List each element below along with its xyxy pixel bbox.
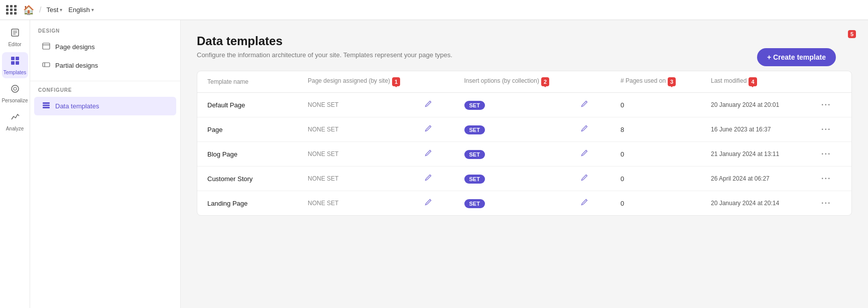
row-pages-used: 0 (621, 150, 711, 158)
row-pages-used: 0 (621, 175, 711, 183)
annotation-badge-4: 4 (749, 77, 757, 86)
annotation-badge-5: 5 (848, 30, 856, 38)
lang-label: English (68, 6, 90, 14)
design-section-title: DESIGN (30, 28, 180, 38)
data-table: Template name Page design assigned (by s… (197, 71, 852, 216)
row-page-design: NONE SET (308, 150, 424, 158)
row-insert-badge: SET (464, 174, 581, 184)
create-template-button[interactable]: + Create template (757, 48, 836, 66)
header-insert-options: Insert options (by collection) 2 (464, 77, 581, 86)
svg-rect-15 (43, 105, 50, 106)
row-last-modified: 26 April 2024 at 06:27 (711, 175, 821, 182)
left-panel-divider (30, 81, 180, 81)
sidebar-item-analyze[interactable]: Analyze (2, 108, 28, 134)
row-page-design: NONE SET (308, 101, 424, 108)
row-more-button[interactable]: ··· (821, 174, 841, 183)
page-designs-label: Page designs (55, 43, 95, 51)
language-selector[interactable]: English ▾ (68, 6, 94, 14)
sidebar: Editor Templates Personalize Analyze (0, 20, 30, 308)
row-insert-badge: SET (464, 100, 581, 110)
svg-point-8 (12, 85, 19, 92)
row-insert-badge: SET (464, 149, 581, 159)
partial-designs-label: Partial designs (55, 62, 98, 69)
row-more-button[interactable]: ··· (821, 100, 841, 109)
row-pages-used: 0 (621, 200, 711, 207)
row-insert-edit[interactable] (580, 149, 621, 159)
page-designs-icon (42, 42, 50, 52)
lang-chevron-icon: ▾ (91, 7, 94, 13)
table-row: Customer Story NONE SET SET 0 26 April 2… (197, 167, 851, 191)
row-more-button[interactable]: ··· (821, 199, 841, 208)
svg-rect-10 (43, 43, 50, 49)
sidebar-editor-label: Editor (8, 42, 21, 47)
sidebar-item-personalize[interactable]: Personalize (2, 80, 28, 106)
row-page-design-edit[interactable] (424, 198, 464, 208)
svg-rect-6 (11, 61, 15, 65)
row-page-design-edit[interactable] (424, 124, 464, 134)
site-selector[interactable]: Test ▾ (46, 6, 62, 14)
row-page-design: NONE SET (308, 126, 424, 133)
row-insert-badge: SET (464, 125, 581, 134)
svg-rect-4 (11, 57, 15, 60)
left-panel: DESIGN Page designs Partial designs CONF… (30, 20, 181, 308)
row-last-modified: 20 January 2024 at 20:14 (711, 200, 821, 207)
row-name: Blog Page (207, 150, 308, 158)
row-page-design-edit[interactable] (424, 149, 464, 159)
sidebar-item-templates[interactable]: Templates (2, 52, 28, 78)
home-icon[interactable]: 🏠 (23, 5, 34, 16)
row-pages-used: 8 (621, 126, 711, 133)
site-label: Test (46, 6, 58, 14)
header-last-modified: Last modified 4 (711, 77, 821, 86)
page-subtitle: Configure the information architecture o… (197, 51, 852, 59)
svg-point-9 (14, 87, 17, 90)
svg-rect-5 (16, 57, 19, 60)
header-page-design: Page design assigned (by site) 1 (308, 77, 424, 86)
svg-rect-14 (43, 102, 50, 104)
row-page-design-edit[interactable] (424, 174, 464, 184)
header-pages-used: # Pages used on 3 (621, 77, 711, 86)
row-last-modified: 20 January 2024 at 20:01 (711, 101, 821, 108)
left-menu-page-designs[interactable]: Page designs (34, 38, 176, 56)
site-chevron-icon: ▾ (60, 7, 62, 13)
table-row: Landing Page NONE SET SET 0 20 January 2… (197, 191, 851, 215)
personalize-icon (10, 84, 20, 96)
left-menu-data-templates[interactable]: Data templates (34, 97, 176, 115)
row-insert-edit[interactable] (580, 198, 621, 208)
svg-rect-12 (43, 63, 50, 67)
templates-icon (10, 56, 20, 68)
analyze-icon (10, 112, 20, 124)
svg-rect-16 (43, 107, 50, 108)
row-page-design-edit[interactable] (424, 100, 464, 110)
left-menu-partial-designs[interactable]: Partial designs (34, 56, 176, 75)
row-more-button[interactable]: ··· (821, 125, 841, 134)
create-button-wrap: + Create template 5 (773, 34, 852, 52)
annotation-badge-1: 1 (392, 77, 400, 86)
annotation-badge-2: 2 (541, 77, 549, 86)
annotation-badge-3: 3 (668, 77, 676, 86)
sidebar-item-editor[interactable]: Editor (2, 24, 28, 50)
table-rows: Default Page NONE SET SET 0 20 January 2… (197, 93, 851, 215)
sidebar-analyze-label: Analyze (6, 126, 24, 131)
row-insert-edit[interactable] (580, 124, 621, 134)
row-more-button[interactable]: ··· (821, 149, 841, 159)
page-title: Data templates (197, 34, 852, 48)
row-page-design: NONE SET (308, 175, 424, 182)
row-name: Page (207, 126, 308, 133)
table-header: Template name Page design assigned (by s… (197, 71, 851, 93)
row-name: Landing Page (207, 200, 308, 207)
row-insert-badge: SET (464, 199, 581, 208)
row-name: Default Page (207, 101, 308, 109)
table-row: Blog Page NONE SET SET 0 21 January 2024… (197, 142, 851, 167)
table-row: Page NONE SET SET 8 16 June 2023 at 16:3… (197, 117, 851, 142)
editor-icon (10, 28, 20, 40)
svg-rect-7 (16, 61, 19, 65)
row-insert-edit[interactable] (580, 174, 621, 184)
row-pages-used: 0 (621, 101, 711, 109)
grid-menu-icon[interactable] (6, 5, 17, 15)
row-name: Customer Story (207, 175, 308, 183)
configure-section-title: CONFIGURE (30, 87, 180, 97)
row-insert-edit[interactable] (580, 100, 621, 110)
top-nav: 🏠 / Test ▾ English ▾ (0, 0, 868, 20)
data-templates-label: Data templates (55, 102, 99, 110)
header-template-name: Template name (207, 78, 308, 85)
